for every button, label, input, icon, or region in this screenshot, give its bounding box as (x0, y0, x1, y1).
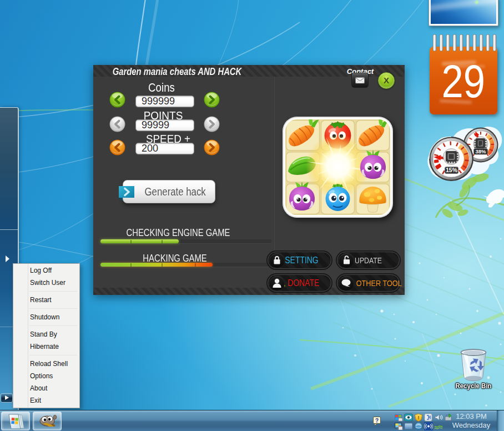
svg-text:?: ? (375, 418, 379, 424)
svg-text:!: ! (418, 415, 420, 420)
svg-text:15%: 15% (446, 167, 458, 173)
svg-text:38%: 38% (475, 148, 486, 154)
